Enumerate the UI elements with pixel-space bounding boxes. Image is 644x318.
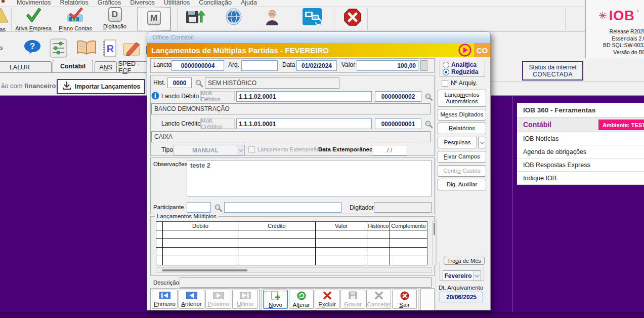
mult-debitos-button[interactable]: Múlt. Débitos [200,91,235,101]
anterior-button[interactable]: Anterior [179,290,204,309]
user-button[interactable] [264,8,280,27]
debito-search-button[interactable] [423,92,434,102]
pesquisas-dropdown-button[interactable] [478,137,486,148]
grid-cell[interactable] [367,230,390,238]
grid-row[interactable] [156,248,427,256]
tab-lalur[interactable]: LALUR [0,61,52,72]
grid-cell[interactable] [316,239,367,247]
grid-cell[interactable] [163,256,238,265]
iob360-item-indique[interactable]: Indique IOB [517,172,644,185]
scrollbar-thumb[interactable] [434,223,435,235]
grid-row[interactable] [156,230,427,239]
toolbar-cut-button[interactable]: as [0,7,10,32]
digitacao-button[interactable]: D Digitação [96,7,134,29]
grid-row[interactable] [156,256,427,265]
data-field[interactable]: 01/02/2024 [296,60,337,71]
grid-cell[interactable] [390,256,427,265]
grid-cell[interactable] [390,239,427,247]
grid-cell[interactable] [238,230,316,238]
credito-conta-field[interactable]: 1.1.1.01.0001 [236,118,372,129]
arq-field[interactable] [241,60,278,71]
play-button[interactable] [458,44,471,58]
primeiro-button[interactable]: Primeiro [152,290,178,309]
lancto-label: Lancto [153,61,171,68]
grid-cell[interactable] [316,256,367,265]
analitica-radio[interactable]: Analítica [443,61,477,68]
dt-arquivamento-field[interactable]: 20/06/2025 [440,292,483,302]
alterar-button[interactable]: Alterar [289,290,314,309]
pesquisas-button[interactable]: Pesquisas [438,137,477,148]
menu-conciliacao[interactable]: Conciliação [194,0,236,6]
participante-code-field[interactable] [187,202,211,213]
editar-button[interactable] [122,39,143,58]
iob360-item-noticias[interactable]: IOB Notícias [517,132,644,145]
grid-cell[interactable] [238,239,316,247]
settings-button[interactable] [50,38,68,59]
multiplas-partidas-button[interactable]: M [135,7,173,31]
valor-options-button[interactable] [420,60,427,71]
participante-search-button[interactable] [213,203,223,213]
relatorios-button[interactable]: Relatórios [438,123,486,134]
grid-row[interactable] [156,239,427,248]
grid-cell[interactable] [163,239,238,247]
grid-cell[interactable] [367,239,390,247]
importar-lancamentos-button[interactable]: Importar Lançamentos [57,79,145,94]
menu-movimentos[interactable]: Movimentos [12,0,55,6]
lancto-field[interactable]: 0000000004 [171,60,224,71]
novo-button[interactable]: Novo [263,290,288,309]
participante-desc-field[interactable] [224,202,341,213]
menu-utilitarios[interactable]: Utilitários [159,0,194,6]
menu-graficos[interactable]: Gráficos [93,0,126,6]
credito-search-button[interactable] [423,119,434,129]
grid-cell[interactable] [390,248,427,256]
n-arquiv-checkbox[interactable]: Nº Arquiv. [442,80,477,87]
lancamentos-automaticos-button[interactable]: Lançamentos Automáticos [438,90,486,107]
grid-cell[interactable] [163,248,238,256]
mult-creditos-button[interactable]: Múlt. Créditos [200,118,235,129]
menu-diversos[interactable]: Diversos [125,0,159,6]
tab-contabil[interactable]: Contábil [53,60,93,72]
iob360-item-agenda[interactable]: Agenda de obrigações [517,145,644,158]
observacoes-textarea[interactable]: teste 2 [187,160,432,196]
lancamentos-book-button[interactable] [76,39,97,57]
hist-search-button[interactable] [194,78,204,88]
grid-cell[interactable] [316,248,367,256]
excluir-button[interactable]: Excluir [315,290,339,309]
grid-cell[interactable] [390,230,427,238]
grid-cell[interactable] [367,248,390,256]
valor-field[interactable]: 100,00 [357,60,418,71]
hist-field[interactable]: 0000 [167,77,192,88]
grid-cell[interactable] [156,256,163,265]
help-button[interactable]: ? [23,39,44,57]
save-import-button[interactable] [185,8,205,26]
mes-select[interactable]: Fevereiro [443,270,481,281]
grid-cell[interactable] [156,239,163,247]
grid-cell[interactable] [163,230,238,238]
menu-ajuda[interactable]: Ajuda [236,0,262,6]
reduzida-radio[interactable]: Reduzida [443,68,478,75]
grid-cell[interactable] [367,256,390,265]
close-app-button[interactable] [343,8,362,28]
sair-button[interactable]: Sair [392,290,417,309]
grid-cell[interactable] [238,256,316,265]
ativa-empresa-button[interactable]: Ativa Empresa [13,7,54,31]
credito-reduzido-field[interactable]: 0000000001 [375,118,421,129]
grid-cell[interactable] [238,248,316,256]
fixar-campos-button[interactable]: Fixar Campos [438,151,486,163]
grid-cell[interactable] [156,248,163,256]
debito-reduzido-field[interactable]: 0000000002 [375,91,421,102]
grid-cell[interactable] [156,230,163,238]
plano-contas-button[interactable]: Plano Contas [57,7,94,31]
dig-auxiliar-button[interactable]: Dig. Auxiliar [438,179,486,190]
scrollbar-thumb[interactable] [162,269,247,271]
debito-conta-field[interactable]: 1.1.1.02.0001 [236,91,372,102]
internet-button[interactable] [225,8,243,27]
meses-digitados-button[interactable]: Meses Digitados [438,109,486,121]
grid-horizontal-scrollbar[interactable] [156,267,432,273]
razao-button[interactable]: R [101,39,117,59]
sync-computers-button[interactable] [303,8,322,27]
tab-ans[interactable]: ANS [95,61,117,72]
iob360-item-respostas[interactable]: IOB Respostas Express [517,158,644,172]
grid-cell[interactable] [316,230,367,238]
menu-relatorios[interactable]: Relatórios [55,0,93,6]
